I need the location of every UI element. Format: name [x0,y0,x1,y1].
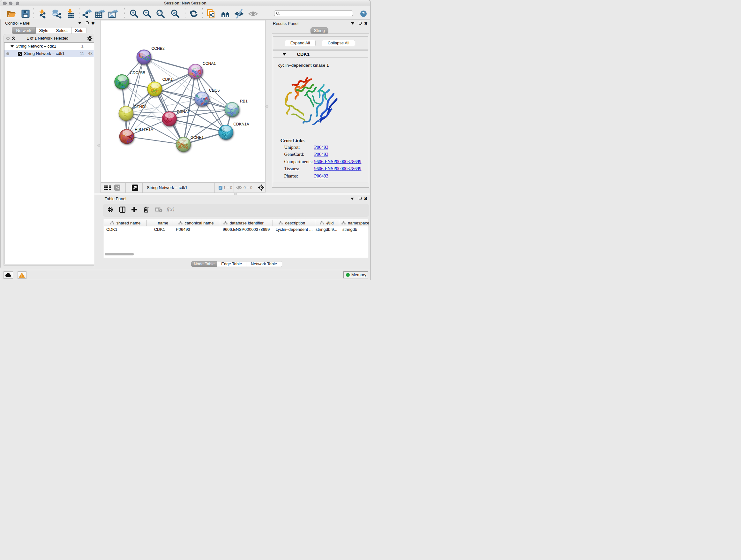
svg-text:CDC25B: CDC25B [130,71,145,75]
svg-text:CCNB1: CCNB1 [134,105,147,109]
svg-text:CDC6: CDC6 [209,88,219,92]
svg-text:RB1: RB1 [240,99,248,104]
svg-text:CCNE1: CCNE1 [191,135,204,140]
svg-text:CCNB2: CCNB2 [151,46,165,51]
svg-text:CCNA1: CCNA1 [203,61,216,66]
svg-text:CCNA2: CCNA2 [177,110,190,114]
svg-text:HIST1H1A: HIST1H1A [135,127,153,132]
svg-text:CDKN1A: CDKN1A [233,122,249,126]
svg-text:CDK1: CDK1 [162,77,173,82]
